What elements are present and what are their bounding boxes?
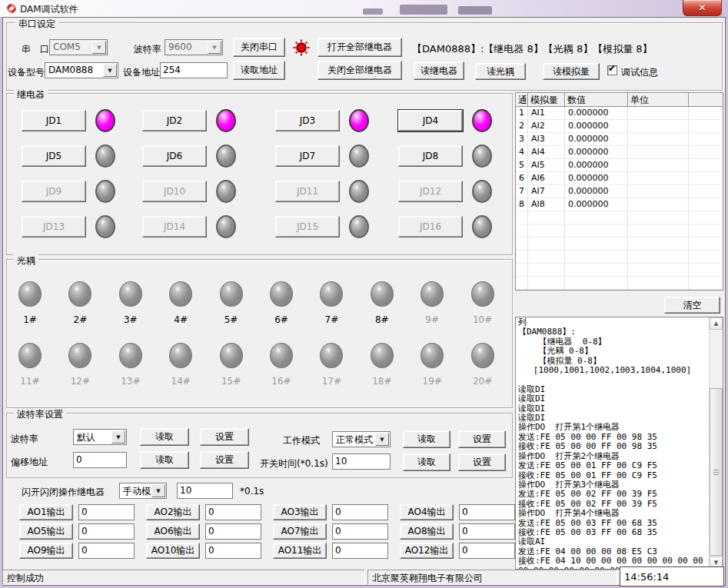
chevron-down-icon[interactable]: ▼ bbox=[103, 64, 117, 77]
switch-time-field[interactable]: 10 bbox=[332, 453, 391, 470]
column-header-3[interactable]: 单位 bbox=[628, 93, 689, 107]
ao-output-field-6[interactable]: 0 bbox=[205, 523, 261, 540]
relay-button-jd6[interactable]: JD6 bbox=[142, 145, 207, 167]
log-scrollbar[interactable]: ▲ ▼ bbox=[709, 317, 723, 569]
offset-field[interactable]: 0 bbox=[73, 452, 127, 468]
switch-set-button[interactable]: 设置 bbox=[458, 453, 506, 471]
read-opto-button[interactable]: 读光耦 bbox=[475, 63, 526, 80]
ao-output-field-5[interactable]: 0 bbox=[78, 523, 135, 540]
ao-output-button-11[interactable]: AO11输出 bbox=[273, 543, 327, 559]
settings-baud-combo[interactable]: 默认 ▼ bbox=[73, 429, 127, 445]
analog-cell bbox=[628, 290, 689, 291]
analog-cell bbox=[628, 172, 689, 184]
port-status-led-icon bbox=[292, 38, 311, 57]
flash-time-field[interactable]: 10 bbox=[177, 483, 233, 499]
ao-output-button-1[interactable]: AO1输出 bbox=[19, 504, 73, 520]
chevron-down-icon[interactable]: ▼ bbox=[151, 484, 165, 497]
column-header-1[interactable]: 模拟量 bbox=[528, 93, 565, 107]
table-row[interactable]: 5AI50.000000 bbox=[516, 159, 723, 172]
table-row bbox=[516, 224, 723, 238]
table-row[interactable]: 6AI60.000000 bbox=[516, 172, 723, 185]
read-address-button[interactable]: 读取地址 bbox=[233, 61, 285, 80]
ao-output-field-3[interactable]: 0 bbox=[332, 504, 388, 520]
ao-output-field-7[interactable]: 0 bbox=[332, 523, 388, 540]
ao-output-button-9[interactable]: AO9输出 bbox=[19, 543, 73, 559]
flash-mode-combo[interactable]: 手动模式 ▼ bbox=[119, 483, 167, 499]
ao-output-button-5[interactable]: AO5输出 bbox=[19, 523, 73, 540]
work-mode-combo[interactable]: 正常模式 ▼ bbox=[332, 431, 391, 447]
baud-read-button[interactable]: 读取 bbox=[140, 428, 189, 446]
mode-set-button[interactable]: 设置 bbox=[458, 430, 506, 448]
read-relay-button[interactable]: 读继电器 bbox=[414, 61, 464, 80]
opto-led-8 bbox=[371, 281, 394, 307]
table-row[interactable]: 3AI30.000000 bbox=[516, 133, 723, 146]
ao-output-field-2[interactable]: 0 bbox=[205, 504, 261, 520]
baud-set-button[interactable]: 设置 bbox=[200, 428, 249, 446]
table-row[interactable]: 7AI70.000000 bbox=[516, 185, 723, 198]
log-box[interactable]: 列 【DAM0888】: 【继电器 0-8】 【光耦 0-8】 【模拟量 0-8… bbox=[515, 317, 723, 570]
table-row[interactable]: 2AI20.000000 bbox=[516, 120, 723, 133]
close-port-button[interactable]: 关闭串口 bbox=[233, 38, 285, 57]
ao-output-field-11[interactable]: 0 bbox=[332, 543, 388, 559]
read-analog-button[interactable]: 读模拟量 bbox=[543, 63, 600, 80]
chevron-down-icon[interactable]: ▼ bbox=[111, 430, 125, 443]
column-header-4[interactable] bbox=[689, 93, 723, 107]
ao-output-button-2[interactable]: AO2输出 bbox=[146, 504, 200, 520]
scrollbar-thumb[interactable] bbox=[710, 388, 723, 556]
relay-button-jd4[interactable]: JD4 bbox=[398, 110, 463, 131]
ao-output-button-3[interactable]: AO3输出 bbox=[273, 504, 327, 520]
relay-button-jd8[interactable]: JD8 bbox=[398, 145, 463, 167]
column-header-2[interactable]: 数值 bbox=[565, 93, 628, 107]
relay-button-jd3[interactable]: JD3 bbox=[275, 110, 340, 131]
debug-info-checkbox[interactable]: ✔ bbox=[607, 65, 617, 75]
model-combo[interactable]: DAM0888 ▼ bbox=[45, 62, 118, 78]
opto-led-11 bbox=[18, 343, 42, 368]
switch-read-button[interactable]: 读取 bbox=[403, 453, 450, 471]
column-header-0[interactable]: 通 bbox=[516, 93, 528, 107]
ao-output-field-12[interactable]: 0 bbox=[459, 543, 515, 559]
analog-table-body: 1AI10.0000002AI20.0000003AI30.0000004AI4… bbox=[516, 107, 723, 291]
relay-button-jd7[interactable]: JD7 bbox=[275, 145, 340, 167]
chevron-down-icon[interactable]: ▼ bbox=[375, 433, 389, 446]
ao-output-field-9[interactable]: 0 bbox=[78, 543, 135, 559]
relay-button-jd2[interactable]: JD2 bbox=[142, 110, 207, 131]
ao-output-button-7[interactable]: AO7输出 bbox=[273, 523, 327, 540]
open-all-relays-button[interactable]: 打开全部继电器 bbox=[317, 38, 402, 57]
ao-output-field-10[interactable]: 0 bbox=[205, 543, 261, 559]
analog-cell bbox=[565, 211, 628, 224]
analog-cell bbox=[516, 290, 528, 291]
analog-cell bbox=[516, 251, 528, 263]
offset-read-button[interactable]: 读取 bbox=[140, 451, 189, 469]
close-button[interactable]: ✕ bbox=[683, 0, 722, 16]
ao-output-field-4[interactable]: 0 bbox=[459, 504, 515, 520]
relay-button-jd1[interactable]: JD1 bbox=[22, 110, 86, 131]
analog-cell bbox=[689, 238, 723, 250]
offset-set-button[interactable]: 设置 bbox=[200, 451, 249, 469]
clear-log-button[interactable]: 清空 bbox=[664, 297, 720, 314]
relay-button-jd14: JD14 bbox=[142, 216, 207, 238]
relay-button-jd5[interactable]: JD5 bbox=[22, 145, 86, 167]
close-all-relays-button[interactable]: 关闭全部继电器 bbox=[317, 61, 402, 80]
window-title: DAM调试软件 bbox=[20, 3, 78, 16]
ao-output-button-12[interactable]: AO12输出 bbox=[400, 543, 454, 559]
opto-label-8: 8# bbox=[367, 314, 397, 325]
table-row bbox=[516, 211, 723, 224]
analog-cell bbox=[628, 238, 689, 250]
mode-read-button[interactable]: 读取 bbox=[403, 430, 450, 448]
ao-output-field-8[interactable]: 0 bbox=[459, 523, 515, 540]
settings-group-title: 波特率设置 bbox=[14, 408, 66, 421]
ao-output-button-6[interactable]: AO6输出 bbox=[146, 523, 200, 540]
scroll-up-icon[interactable]: ▲ bbox=[710, 317, 723, 330]
ao-output-button-4[interactable]: AO4输出 bbox=[400, 504, 454, 520]
ao-output-button-8[interactable]: AO8输出 bbox=[400, 523, 454, 540]
table-row[interactable]: 4AI40.000000 bbox=[516, 146, 723, 159]
table-row[interactable]: 1AI10.000000 bbox=[516, 107, 723, 120]
ao-output-field-1[interactable]: 0 bbox=[78, 504, 135, 520]
analog-cell: 0.000000 bbox=[565, 146, 628, 158]
opto-label-2: 2# bbox=[65, 314, 95, 325]
table-row[interactable]: 8AI80.000000 bbox=[516, 198, 723, 211]
table-row bbox=[516, 238, 723, 251]
serial-group-title: 串口设定 bbox=[15, 18, 58, 31]
address-field[interactable]: 254 bbox=[160, 62, 228, 78]
ao-output-button-10[interactable]: AO10输出 bbox=[146, 543, 200, 559]
